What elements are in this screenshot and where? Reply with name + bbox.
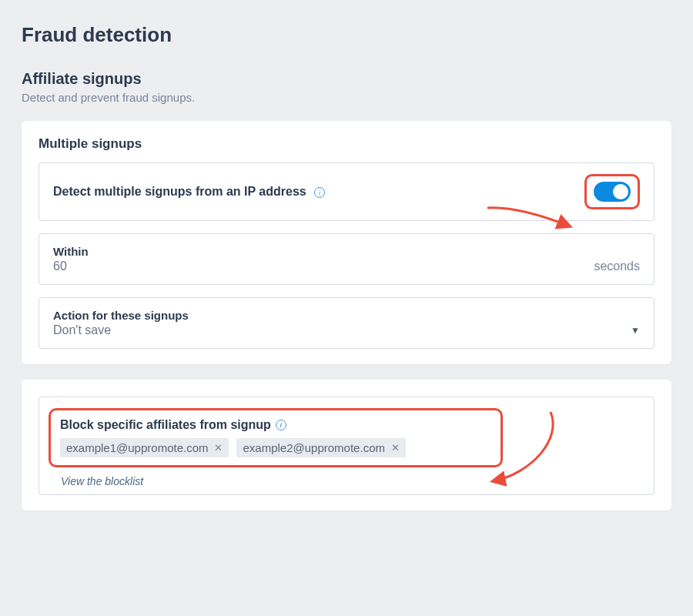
chevron-down-icon: ▼ [631, 325, 640, 336]
fraud-detection-page: Fraud detection Affiliate signups Detect… [0, 0, 693, 549]
multiple-signups-card: Multiple signups Detect multiple signups… [22, 121, 671, 364]
annotation-highlight-blocklist: Block specific affiliates from signup i … [49, 408, 503, 467]
block-affiliates-card: Block specific affiliates from signup i … [22, 380, 671, 511]
detect-ip-label-wrap: Detect multiple signups from an IP addre… [53, 185, 325, 199]
block-affiliates-field[interactable]: Block specific affiliates from signup i … [38, 397, 654, 495]
blocked-emails-chips: example1@uppromote.com ✕ example2@upprom… [60, 438, 491, 457]
within-unit: seconds [594, 259, 640, 273]
block-affiliates-label: Block specific affiliates from signup [60, 418, 271, 432]
action-selected-value: Don't save [53, 323, 111, 337]
card-title: Multiple signups [38, 136, 654, 152]
page-title: Fraud detection [22, 23, 671, 47]
email-chip[interactable]: example1@uppromote.com ✕ [60, 438, 229, 457]
detect-ip-toggle[interactable] [594, 182, 631, 202]
info-icon[interactable]: i [314, 187, 325, 198]
block-affiliates-label-wrap: Block specific affiliates from signup i [60, 418, 491, 432]
view-blocklist-link[interactable]: View the blocklist [61, 475, 143, 487]
chip-label: example2@uppromote.com [243, 441, 384, 454]
action-label: Action for these signups [53, 309, 640, 322]
detect-ip-field: Detect multiple signups from an IP addre… [38, 162, 654, 221]
section-heading: Affiliate signups [22, 70, 671, 88]
annotation-highlight-toggle [584, 174, 640, 209]
within-field[interactable]: Within 60 seconds [38, 233, 654, 285]
section-description: Detect and prevent fraud signups. [22, 91, 671, 104]
action-select[interactable]: Action for these signups Don't save ▼ [38, 297, 654, 349]
info-icon[interactable]: i [276, 420, 286, 430]
toggle-knob [613, 184, 628, 199]
close-icon[interactable]: ✕ [391, 442, 400, 454]
within-value: 60 [53, 259, 67, 273]
email-chip[interactable]: example2@uppromote.com ✕ [236, 438, 405, 457]
detect-ip-label: Detect multiple signups from an IP addre… [53, 185, 306, 198]
chip-label: example1@uppromote.com [66, 441, 208, 454]
within-label: Within [53, 245, 640, 258]
close-icon[interactable]: ✕ [214, 442, 223, 454]
